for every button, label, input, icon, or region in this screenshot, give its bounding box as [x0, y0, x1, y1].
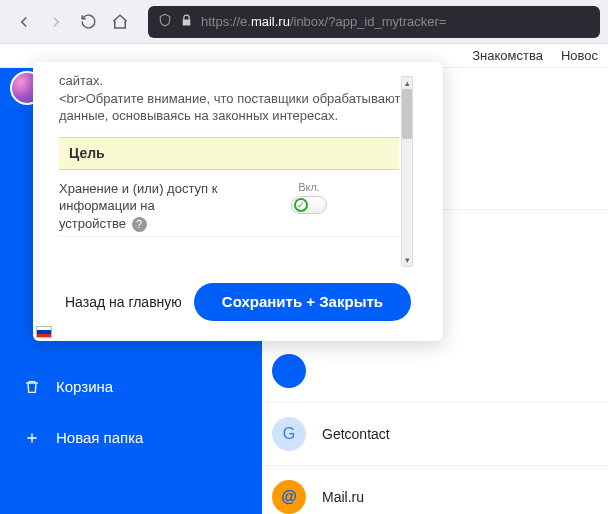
scroll-down-icon[interactable]: ▾ — [402, 254, 412, 266]
modal-actions: Назад на главную Сохранить + Закрыть — [33, 267, 443, 321]
table-header-purpose: Цель — [59, 137, 399, 170]
scrollbar-thumb[interactable] — [402, 89, 412, 139]
link-dating[interactable]: Знакомства — [472, 48, 543, 63]
link-news[interactable]: Новос — [561, 48, 598, 63]
avatar: G — [272, 417, 306, 451]
scroll-up-icon[interactable]: ▴ — [402, 77, 412, 89]
url-text: https://e.mail.ru/inbox/?app_id_mytracke… — [201, 14, 446, 29]
check-icon — [294, 198, 308, 212]
modal-scroll-area: сайтах. <br>Обратите внимание, что поста… — [59, 72, 417, 267]
reload-button[interactable] — [72, 6, 104, 38]
consent-modal: сайтах. <br>Обратите внимание, что поста… — [33, 62, 443, 341]
avatar: @ — [272, 480, 306, 514]
save-close-button[interactable]: Сохранить + Закрыть — [194, 283, 411, 321]
trash-icon — [22, 379, 42, 395]
flag-ru-icon[interactable] — [36, 326, 52, 338]
consent-text: сайтах. <br>Обратите внимание, что поста… — [59, 72, 417, 125]
toggle-state-label: Вкл. — [298, 180, 320, 195]
toggle-wrap: Вкл. — [219, 180, 399, 215]
sidebar-item-label: Новая папка — [56, 429, 143, 446]
setting-label: Хранение и (или) доступ к информации на … — [59, 180, 219, 233]
sidebar-item-trash[interactable]: Корзина — [0, 368, 262, 405]
setting-row: Хранение и (или) доступ к информации на … — [59, 170, 399, 238]
home-button[interactable] — [104, 6, 136, 38]
contact-row[interactable]: @ Mail.ru — [262, 466, 608, 514]
browser-toolbar: https://e.mail.ru/inbox/?app_id_mytracke… — [0, 0, 608, 44]
plus-icon — [22, 430, 42, 446]
sidebar-item-label: Корзина — [56, 378, 113, 395]
sidebar-item-new-folder[interactable]: Новая папка — [0, 419, 262, 456]
help-icon[interactable]: ? — [132, 217, 147, 232]
toggle-switch[interactable] — [291, 196, 327, 214]
contact-name: Mail.ru — [322, 489, 364, 505]
contact-name: Getcontact — [322, 426, 390, 442]
shield-icon — [158, 13, 172, 30]
back-button[interactable] — [8, 6, 40, 38]
contact-row[interactable] — [262, 340, 608, 403]
scrollbar[interactable]: ▴ ▾ — [401, 76, 413, 267]
avatar — [272, 354, 306, 388]
forward-button — [40, 6, 72, 38]
contact-row[interactable]: G Getcontact — [262, 403, 608, 466]
lock-icon — [180, 14, 193, 30]
back-link[interactable]: Назад на главную — [65, 294, 182, 310]
url-bar[interactable]: https://e.mail.ru/inbox/?app_id_mytracke… — [148, 6, 600, 38]
